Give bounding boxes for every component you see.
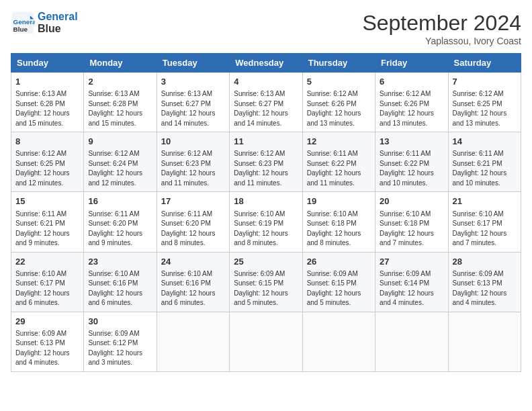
day-number: 14 [453, 136, 517, 148]
cell-details: Sunrise: 6:09 AMSunset: 6:15 PMDaylight:… [234, 269, 298, 308]
day-number: 19 [307, 195, 371, 208]
logo-blue: Blue [38, 23, 78, 35]
day-number: 25 [234, 256, 298, 268]
day-number: 23 [88, 256, 152, 268]
cell-details: Sunrise: 6:10 AMSunset: 6:17 PMDaylight:… [15, 269, 79, 308]
calendar-header: SundayMondayTuesdayWednesdayThursdayFrid… [11, 54, 521, 73]
day-number: 5 [307, 76, 371, 88]
calendar-cell [302, 312, 375, 371]
cell-details: Sunrise: 6:11 AMSunset: 6:20 PMDaylight:… [88, 210, 152, 248]
cell-details: Sunrise: 6:11 AMSunset: 6:21 PMDaylight:… [15, 210, 79, 248]
day-number: 10 [161, 136, 225, 148]
calendar-cell: 29Sunrise: 6:09 AMSunset: 6:13 PMDayligh… [11, 312, 84, 371]
calendar-cell: 23Sunrise: 6:10 AMSunset: 6:16 PMDayligh… [84, 252, 157, 312]
cell-details: Sunrise: 6:12 AMSunset: 6:26 PMDaylight:… [380, 89, 443, 128]
calendar-cell: 28Sunrise: 6:09 AMSunset: 6:13 PMDayligh… [448, 252, 521, 312]
title-block: September 2024 Yaplassou, Ivory Coast [362, 11, 521, 46]
calendar-cell: 12Sunrise: 6:11 AMSunset: 6:22 PMDayligh… [302, 132, 375, 192]
cell-details: Sunrise: 6:10 AMSunset: 6:17 PMDaylight:… [453, 210, 517, 248]
calendar-cell: 6Sunrise: 6:12 AMSunset: 6:26 PMDaylight… [375, 73, 448, 132]
day-number: 24 [161, 256, 225, 268]
day-number: 28 [453, 256, 517, 268]
weekday-header-friday: Friday [375, 54, 448, 73]
calendar-cell [448, 312, 521, 371]
cell-details: Sunrise: 6:13 AMSunset: 6:28 PMDaylight:… [88, 89, 152, 128]
calendar-cell: 4Sunrise: 6:13 AMSunset: 6:27 PMDaylight… [230, 73, 302, 132]
day-number: 29 [15, 316, 79, 328]
calendar-week-1: 1Sunrise: 6:13 AMSunset: 6:28 PMDaylight… [11, 73, 521, 132]
calendar-cell: 18Sunrise: 6:10 AMSunset: 6:19 PMDayligh… [230, 192, 302, 252]
calendar-cell: 9Sunrise: 6:12 AMSunset: 6:24 PMDaylight… [84, 132, 157, 192]
cell-details: Sunrise: 6:10 AMSunset: 6:16 PMDaylight:… [88, 269, 152, 308]
calendar-cell: 15Sunrise: 6:11 AMSunset: 6:21 PMDayligh… [11, 192, 84, 252]
calendar-week-2: 8Sunrise: 6:12 AMSunset: 6:25 PMDaylight… [11, 132, 521, 192]
calendar-body: 1Sunrise: 6:13 AMSunset: 6:28 PMDaylight… [11, 73, 521, 372]
cell-details: Sunrise: 6:11 AMSunset: 6:22 PMDaylight:… [307, 149, 371, 188]
calendar-cell: 22Sunrise: 6:10 AMSunset: 6:17 PMDayligh… [11, 252, 84, 312]
day-number: 12 [307, 136, 371, 148]
calendar-cell: 2Sunrise: 6:13 AMSunset: 6:28 PMDaylight… [84, 73, 157, 132]
calendar-cell [375, 312, 448, 371]
cell-details: Sunrise: 6:09 AMSunset: 6:12 PMDaylight:… [88, 329, 152, 368]
day-number: 11 [234, 136, 298, 148]
weekday-header-saturday: Saturday [448, 54, 521, 73]
calendar-cell: 16Sunrise: 6:11 AMSunset: 6:20 PMDayligh… [84, 192, 157, 252]
calendar-cell: 27Sunrise: 6:09 AMSunset: 6:14 PMDayligh… [375, 252, 448, 312]
day-number: 2 [88, 76, 152, 88]
cell-details: Sunrise: 6:12 AMSunset: 6:25 PMDaylight:… [453, 89, 517, 128]
cell-details: Sunrise: 6:11 AMSunset: 6:20 PMDaylight:… [161, 210, 225, 248]
cell-details: Sunrise: 6:10 AMSunset: 6:18 PMDaylight:… [380, 210, 443, 248]
cell-details: Sunrise: 6:10 AMSunset: 6:16 PMDaylight:… [161, 269, 225, 308]
calendar-cell: 7Sunrise: 6:12 AMSunset: 6:25 PMDaylight… [448, 73, 521, 132]
calendar-cell: 5Sunrise: 6:12 AMSunset: 6:26 PMDaylight… [302, 73, 375, 132]
logo: General Blue General Blue [11, 11, 78, 35]
logo-general: General [38, 11, 78, 23]
calendar-cell: 26Sunrise: 6:09 AMSunset: 6:15 PMDayligh… [302, 252, 375, 312]
calendar-cell: 20Sunrise: 6:10 AMSunset: 6:18 PMDayligh… [375, 192, 448, 252]
cell-details: Sunrise: 6:12 AMSunset: 6:24 PMDaylight:… [88, 149, 152, 188]
cell-details: Sunrise: 6:12 AMSunset: 6:23 PMDaylight:… [161, 149, 225, 188]
day-number: 16 [88, 195, 152, 208]
day-number: 27 [380, 256, 443, 268]
page-header: General Blue General Blue September 2024… [11, 11, 521, 46]
calendar-cell: 8Sunrise: 6:12 AMSunset: 6:25 PMDaylight… [11, 132, 84, 192]
calendar-cell: 25Sunrise: 6:09 AMSunset: 6:15 PMDayligh… [230, 252, 302, 312]
calendar-cell: 13Sunrise: 6:11 AMSunset: 6:22 PMDayligh… [375, 132, 448, 192]
weekday-header-wednesday: Wednesday [230, 54, 302, 73]
weekday-header-monday: Monday [84, 54, 157, 73]
calendar-week-5: 29Sunrise: 6:09 AMSunset: 6:13 PMDayligh… [11, 312, 521, 371]
calendar-cell: 30Sunrise: 6:09 AMSunset: 6:12 PMDayligh… [84, 312, 157, 371]
day-number: 21 [453, 195, 517, 208]
day-number: 4 [234, 76, 298, 88]
logo-icon: General Blue [11, 11, 35, 35]
day-number: 1 [15, 76, 79, 88]
cell-details: Sunrise: 6:09 AMSunset: 6:14 PMDaylight:… [380, 269, 443, 308]
day-number: 3 [161, 76, 225, 88]
cell-details: Sunrise: 6:10 AMSunset: 6:18 PMDaylight:… [307, 210, 371, 248]
day-number: 20 [380, 195, 443, 208]
cell-details: Sunrise: 6:13 AMSunset: 6:27 PMDaylight:… [234, 89, 298, 128]
day-number: 15 [15, 195, 79, 208]
weekday-header-sunday: Sunday [11, 54, 84, 73]
day-number: 6 [380, 76, 443, 88]
cell-details: Sunrise: 6:11 AMSunset: 6:22 PMDaylight:… [380, 149, 443, 188]
cell-details: Sunrise: 6:13 AMSunset: 6:27 PMDaylight:… [161, 89, 225, 128]
cell-details: Sunrise: 6:11 AMSunset: 6:21 PMDaylight:… [453, 149, 517, 188]
calendar-cell: 11Sunrise: 6:12 AMSunset: 6:23 PMDayligh… [230, 132, 302, 192]
cell-details: Sunrise: 6:09 AMSunset: 6:15 PMDaylight:… [307, 269, 371, 308]
calendar-week-4: 22Sunrise: 6:10 AMSunset: 6:17 PMDayligh… [11, 252, 521, 312]
calendar-cell: 10Sunrise: 6:12 AMSunset: 6:23 PMDayligh… [157, 132, 229, 192]
location: Yaplassou, Ivory Coast [362, 36, 521, 46]
weekday-row: SundayMondayTuesdayWednesdayThursdayFrid… [11, 54, 521, 73]
day-number: 13 [380, 136, 443, 148]
calendar-cell: 14Sunrise: 6:11 AMSunset: 6:21 PMDayligh… [448, 132, 521, 192]
month-title: September 2024 [362, 11, 521, 36]
svg-text:Blue: Blue [13, 26, 28, 33]
day-number: 26 [307, 256, 371, 268]
calendar-cell: 3Sunrise: 6:13 AMSunset: 6:27 PMDaylight… [157, 73, 229, 132]
day-number: 22 [15, 256, 79, 268]
cell-details: Sunrise: 6:12 AMSunset: 6:25 PMDaylight:… [15, 149, 79, 188]
day-number: 7 [453, 76, 517, 88]
calendar-cell: 21Sunrise: 6:10 AMSunset: 6:17 PMDayligh… [448, 192, 521, 252]
weekday-header-tuesday: Tuesday [157, 54, 229, 73]
